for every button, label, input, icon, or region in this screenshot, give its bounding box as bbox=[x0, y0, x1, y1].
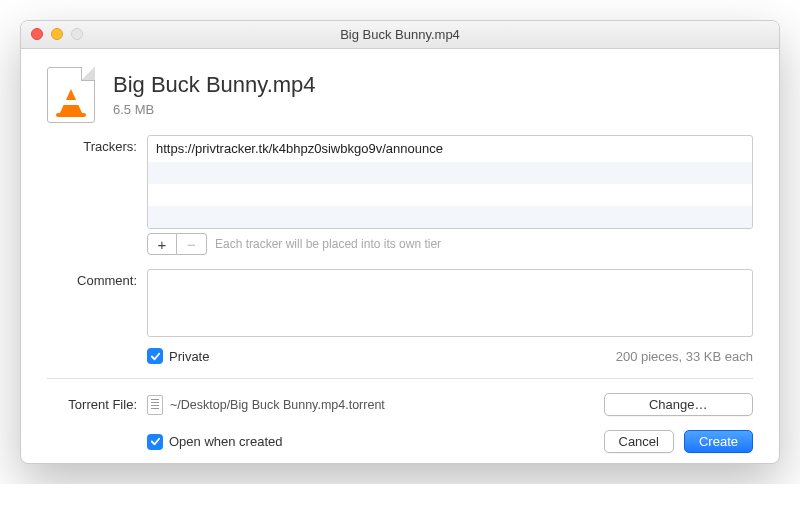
torrent-file-label: Torrent File: bbox=[47, 397, 137, 412]
tracker-hint: Each tracker will be placed into its own… bbox=[215, 237, 441, 251]
private-label: Private bbox=[169, 349, 209, 364]
checkbox-checked-icon bbox=[147, 348, 163, 364]
tracker-buttons: + − bbox=[147, 233, 207, 255]
divider bbox=[47, 378, 753, 379]
trackers-label: Trackers: bbox=[47, 135, 137, 154]
tracker-tools: + − Each tracker will be placed into its… bbox=[147, 233, 753, 255]
traffic-lights bbox=[31, 28, 83, 40]
torrent-document-icon bbox=[147, 395, 163, 415]
window-title: Big Buck Bunny.mp4 bbox=[340, 27, 460, 42]
open-when-created-checkbox[interactable]: Open when created bbox=[147, 434, 594, 450]
add-tracker-button[interactable]: + bbox=[147, 233, 177, 255]
comment-section: Private 200 pieces, 33 KB each bbox=[147, 269, 753, 364]
dialog-window: Big Buck Bunny.mp4 Big Buck Bunny.mp4 6.… bbox=[20, 20, 780, 464]
create-button[interactable]: Create bbox=[684, 430, 753, 453]
remove-tracker-button[interactable]: − bbox=[177, 233, 207, 255]
close-window-button[interactable] bbox=[31, 28, 43, 40]
file-info: Big Buck Bunny.mp4 6.5 MB bbox=[113, 73, 316, 116]
vlc-file-icon bbox=[47, 67, 95, 123]
tracker-row[interactable]: https://privtracker.tk/k4bhpz0siwbkgo9v/… bbox=[148, 136, 752, 162]
comment-field[interactable] bbox=[147, 269, 753, 337]
tracker-row-empty[interactable] bbox=[148, 206, 752, 228]
open-when-created-label: Open when created bbox=[169, 434, 282, 449]
cancel-button[interactable]: Cancel bbox=[604, 430, 674, 453]
content: Big Buck Bunny.mp4 6.5 MB Trackers: http… bbox=[21, 49, 779, 463]
zoom-window-button bbox=[71, 28, 83, 40]
trackers-list[interactable]: https://privtracker.tk/k4bhpz0siwbkgo9v/… bbox=[147, 135, 753, 229]
file-name: Big Buck Bunny.mp4 bbox=[113, 73, 316, 97]
torrent-file-path-display: ~/Desktop/Big Buck Bunny.mp4.torrent bbox=[147, 395, 594, 415]
file-size: 6.5 MB bbox=[113, 102, 316, 117]
trackers-section: https://privtracker.tk/k4bhpz0siwbkgo9v/… bbox=[147, 135, 753, 255]
pieces-info: 200 pieces, 33 KB each bbox=[616, 349, 753, 364]
tracker-row-empty[interactable] bbox=[148, 184, 752, 206]
change-path-button[interactable]: Change… bbox=[604, 393, 754, 416]
private-checkbox[interactable]: Private bbox=[147, 348, 209, 364]
file-header: Big Buck Bunny.mp4 6.5 MB bbox=[47, 67, 753, 123]
tracker-row-empty[interactable] bbox=[148, 162, 752, 184]
torrent-file-path: ~/Desktop/Big Buck Bunny.mp4.torrent bbox=[170, 398, 385, 412]
minimize-window-button[interactable] bbox=[51, 28, 63, 40]
checkbox-checked-icon bbox=[147, 434, 163, 450]
footer-actions: Cancel Create bbox=[604, 430, 754, 453]
titlebar: Big Buck Bunny.mp4 bbox=[21, 21, 779, 49]
comment-label: Comment: bbox=[47, 269, 137, 288]
